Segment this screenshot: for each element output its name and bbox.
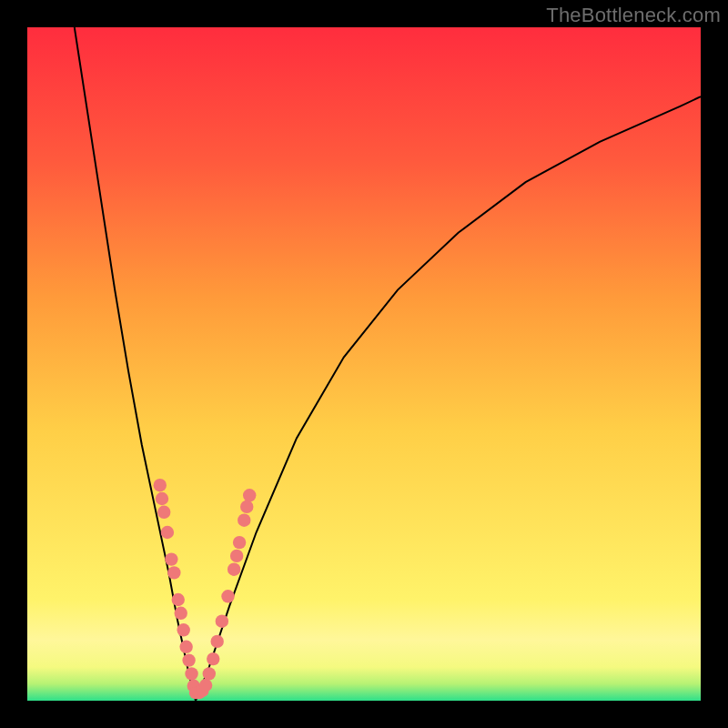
dot xyxy=(230,550,243,562)
dot xyxy=(243,489,256,501)
dot xyxy=(154,479,167,491)
dot xyxy=(175,607,187,620)
dot xyxy=(182,653,195,666)
dot xyxy=(179,641,192,653)
dot xyxy=(161,526,174,539)
dot xyxy=(165,552,177,565)
dot xyxy=(216,614,228,627)
plot-area xyxy=(27,27,701,701)
dot xyxy=(210,635,223,648)
curves-layer xyxy=(27,27,701,701)
dot xyxy=(233,536,246,549)
dot xyxy=(221,590,234,602)
dot xyxy=(240,500,253,513)
watermark-text: TheBottleneck.com xyxy=(546,4,721,27)
outer-frame: TheBottleneck.com xyxy=(0,0,728,728)
dot xyxy=(207,652,219,665)
right-curve xyxy=(196,96,701,701)
dot xyxy=(156,492,168,505)
dot xyxy=(167,566,180,579)
dot xyxy=(172,593,185,606)
dot xyxy=(177,623,189,636)
dot xyxy=(203,667,216,680)
dot xyxy=(157,506,170,519)
dot xyxy=(199,679,212,692)
dot xyxy=(238,513,250,526)
dot-cluster xyxy=(154,479,257,699)
dot xyxy=(228,563,240,576)
dot xyxy=(185,667,197,680)
